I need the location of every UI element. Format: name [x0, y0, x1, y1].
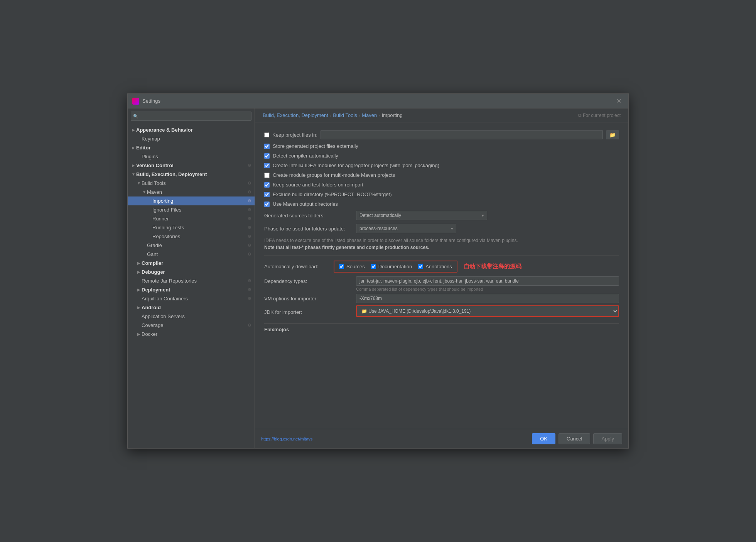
sidebar-item-gradle[interactable]: Gradle ⚙ — [128, 241, 255, 250]
sources-option[interactable]: Sources — [339, 264, 365, 269]
gear-icon: ⚙ — [248, 190, 251, 195]
vm-options-row: VM options for importer: — [264, 294, 619, 303]
cancel-button[interactable]: Cancel — [559, 433, 590, 444]
documentation-checkbox[interactable] — [371, 264, 376, 269]
sidebar-item-editor[interactable]: ▶ Editor — [128, 143, 255, 152]
create-modules-label[interactable]: Create IntelliJ IDEA modules for aggrega… — [264, 163, 439, 168]
sidebar-item-label: Gradle — [147, 242, 246, 248]
sidebar-item-build-exec-deploy[interactable]: ▼ Build, Execution, Deployment — [128, 170, 255, 179]
main-content: Build, Execution, Deployment › Build Too… — [255, 108, 628, 448]
annotations-label: Annotations — [425, 264, 452, 269]
create-module-groups-label[interactable]: Create module groups for multi-module Ma… — [264, 172, 395, 178]
create-modules-checkbox[interactable] — [264, 163, 270, 168]
sidebar-item-importing[interactable]: Importing ⚙ — [128, 196, 255, 205]
dependency-types-input[interactable] — [356, 276, 619, 286]
detect-compiler-label[interactable]: Detect compiler automatically — [264, 153, 338, 159]
phase-update-select[interactable]: process-resources generate-sources compi… — [356, 224, 456, 233]
jdk-importer-select[interactable]: 📁 Use JAVA_HOME (D:\develop\Java\jdk1.8.… — [357, 306, 618, 316]
sidebar-item-version-control[interactable]: ▶ Version Control ⚙ — [128, 161, 255, 170]
sidebar-item-running-tests[interactable]: Running Tests ⚙ — [128, 223, 255, 232]
sidebar-item-appearance[interactable]: ▶ Appearance & Behavior — [128, 125, 255, 134]
keep-source-folders-checkbox[interactable] — [264, 182, 270, 188]
use-maven-output-text: Use Maven output directories — [273, 201, 338, 207]
watermark: https://blog.csdn.net/mitays — [261, 437, 529, 441]
keep-project-path-input[interactable] — [321, 130, 603, 139]
sidebar-item-keymap[interactable]: Keymap — [128, 134, 255, 143]
info-text: IDEA needs to execute one of the listed … — [264, 237, 619, 251]
gear-icon: ⚙ — [248, 207, 251, 212]
sources-checkbox[interactable] — [339, 264, 344, 269]
ok-button[interactable]: OK — [532, 433, 555, 444]
store-generated-label[interactable]: Store generated project files externally — [264, 143, 358, 149]
create-module-groups-checkbox[interactable] — [264, 173, 270, 178]
app-icon — [132, 98, 139, 105]
gear-icon: ⚙ — [248, 234, 251, 239]
sidebar-item-deployment[interactable]: ▶ Deployment ⚙ — [128, 285, 255, 294]
arrow-icon: ▼ — [136, 181, 142, 185]
search-input[interactable] — [131, 112, 251, 121]
for-current-project: For current project — [578, 113, 621, 118]
sidebar-item-label: Application Servers — [142, 313, 251, 319]
gear-icon: ⚙ — [248, 296, 251, 301]
browse-button[interactable]: 📁 — [606, 130, 619, 139]
gear-icon: ⚙ — [248, 181, 251, 186]
info-text-main: IDEA needs to execute one of the listed … — [264, 238, 518, 243]
sidebar-item-build-tools[interactable]: ▼ Build Tools ⚙ — [128, 179, 255, 188]
keep-project-files-row: Keep project files in: 📁 — [264, 130, 619, 139]
use-maven-output-checkbox[interactable] — [264, 202, 270, 207]
separator — [264, 256, 619, 256]
sidebar-item-compiler[interactable]: ▶ Compiler — [128, 259, 255, 268]
generated-sources-select[interactable]: Detect automatically Don't detect Each g… — [356, 211, 487, 220]
title-bar: Settings ✕ — [128, 94, 628, 108]
arrow-icon: ▶ — [136, 261, 142, 265]
sidebar-item-arquillian[interactable]: Arquillian Containers ⚙ — [128, 294, 255, 303]
jdk-importer-label: JDK for importer: — [264, 307, 353, 315]
keep-project-checkbox[interactable] — [264, 132, 269, 137]
apply-button[interactable]: Apply — [593, 433, 622, 444]
keep-project-label[interactable]: Keep project files in: — [272, 132, 317, 138]
nav-tree: ▶ Appearance & Behavior Keymap ▶ Editor … — [128, 124, 255, 448]
sidebar-item-docker[interactable]: ▶ Docker — [128, 330, 255, 339]
sidebar-item-plugins[interactable]: Plugins — [128, 152, 255, 161]
breadcrumb-bar: Build, Execution, Deployment › Build Too… — [255, 108, 628, 122]
exclude-build-dir-checkbox[interactable] — [264, 192, 270, 197]
phase-update-row: Phase to be used for folders update: pro… — [264, 224, 619, 233]
annotations-checkbox[interactable] — [418, 264, 423, 269]
store-generated-checkbox[interactable] — [264, 144, 270, 149]
gear-icon: ⚙ — [248, 163, 251, 168]
sidebar-item-debugger[interactable]: ▶ Debugger — [128, 268, 255, 276]
keep-source-folders-label[interactable]: Keep source and test folders on reimport — [264, 182, 363, 188]
gear-icon: ⚙ — [248, 287, 251, 292]
create-modules-row: Create IntelliJ IDEA modules for aggrega… — [264, 163, 619, 168]
exclude-build-dir-label[interactable]: Exclude build directory (%PROJECT_ROOT%/… — [264, 191, 392, 197]
arrow-icon: ▶ — [131, 128, 136, 132]
settings-dialog: Settings ✕ 🔍 ▶ Appearance & Behavior Key… — [127, 93, 629, 449]
detect-compiler-checkbox[interactable] — [264, 153, 270, 159]
sidebar-item-label: Importing — [152, 198, 246, 204]
sidebar-item-repositories[interactable]: Repositories ⚙ — [128, 232, 255, 241]
breadcrumb-part-2: Build Tools — [333, 112, 357, 118]
annotations-option[interactable]: Annotations — [418, 264, 452, 269]
use-maven-output-label[interactable]: Use Maven output directories — [264, 201, 338, 207]
arrow-icon: ▼ — [142, 190, 147, 194]
sidebar-item-label: Ignored Files — [152, 207, 246, 213]
sidebar-item-gant[interactable]: Gant ⚙ — [128, 250, 255, 259]
sidebar-item-maven[interactable]: ▼ Maven ⚙ — [128, 188, 255, 196]
sidebar-item-runner[interactable]: Runner ⚙ — [128, 214, 255, 223]
sidebar-item-ignored-files[interactable]: Ignored Files ⚙ — [128, 205, 255, 214]
dependency-types-label: Dependency types: — [264, 276, 353, 284]
sidebar-item-remote-jar-repos[interactable]: Remote Jar Repositories ⚙ — [128, 276, 255, 285]
sidebar-item-label: Docker — [142, 331, 251, 337]
sidebar-item-label: Keymap — [142, 136, 251, 142]
vm-options-input[interactable] — [356, 294, 619, 303]
sidebar-item-coverage[interactable]: Coverage ⚙ — [128, 321, 255, 330]
sidebar-item-android[interactable]: ▶ Android — [128, 303, 255, 312]
store-generated-row: Store generated project files externally — [264, 143, 619, 149]
documentation-option[interactable]: Documentation — [371, 264, 412, 269]
phase-update-label: Phase to be used for folders update: — [264, 226, 353, 232]
sidebar-item-application-servers[interactable]: Application Servers — [128, 312, 255, 321]
close-button[interactable]: ✕ — [614, 97, 624, 105]
dialog-title: Settings — [142, 98, 614, 104]
breadcrumb-separator: › — [378, 112, 380, 118]
flexmojos-section: Flexmojos — [264, 323, 619, 332]
